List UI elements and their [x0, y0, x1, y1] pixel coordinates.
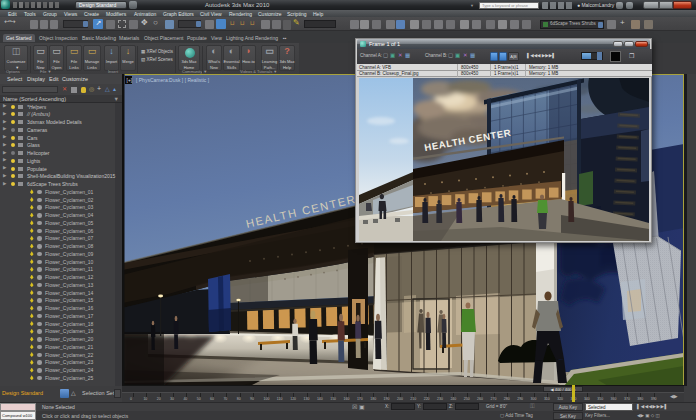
svg-text:[+]: [+] [127, 77, 133, 83]
svg-text:[ PhysCamera:Dusk ] [ Realist: [ PhysCamera:Dusk ] [ Realistic ] [136, 77, 210, 83]
